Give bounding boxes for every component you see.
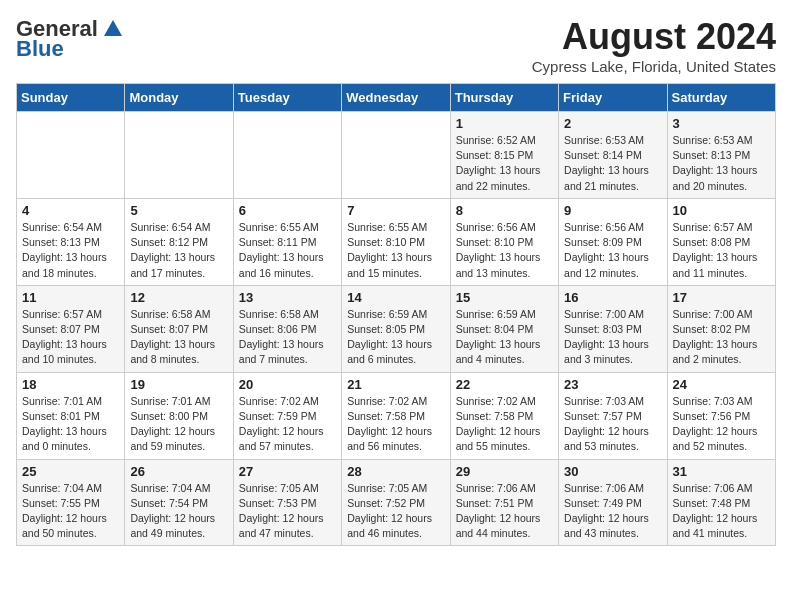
title-block: August 2024 Cypress Lake, Florida, Unite… (532, 16, 776, 75)
day-number: 17 (673, 290, 770, 305)
calendar-cell: 18Sunrise: 7:01 AM Sunset: 8:01 PM Dayli… (17, 372, 125, 459)
calendar-cell: 22Sunrise: 7:02 AM Sunset: 7:58 PM Dayli… (450, 372, 558, 459)
calendar-cell: 5Sunrise: 6:54 AM Sunset: 8:12 PM Daylig… (125, 198, 233, 285)
day-info: Sunrise: 6:58 AM Sunset: 8:06 PM Dayligh… (239, 307, 336, 368)
day-number: 21 (347, 377, 444, 392)
day-info: Sunrise: 7:05 AM Sunset: 7:53 PM Dayligh… (239, 481, 336, 542)
day-header-saturday: Saturday (667, 84, 775, 112)
day-info: Sunrise: 7:02 AM Sunset: 7:58 PM Dayligh… (347, 394, 444, 455)
subtitle: Cypress Lake, Florida, United States (532, 58, 776, 75)
day-number: 5 (130, 203, 227, 218)
day-header-friday: Friday (559, 84, 667, 112)
day-info: Sunrise: 6:59 AM Sunset: 8:04 PM Dayligh… (456, 307, 553, 368)
day-info: Sunrise: 7:05 AM Sunset: 7:52 PM Dayligh… (347, 481, 444, 542)
calendar-cell (125, 112, 233, 199)
calendar-cell: 21Sunrise: 7:02 AM Sunset: 7:58 PM Dayli… (342, 372, 450, 459)
day-header-sunday: Sunday (17, 84, 125, 112)
day-info: Sunrise: 6:55 AM Sunset: 8:10 PM Dayligh… (347, 220, 444, 281)
day-info: Sunrise: 7:01 AM Sunset: 8:00 PM Dayligh… (130, 394, 227, 455)
week-row-5: 25Sunrise: 7:04 AM Sunset: 7:55 PM Dayli… (17, 459, 776, 546)
calendar-cell: 7Sunrise: 6:55 AM Sunset: 8:10 PM Daylig… (342, 198, 450, 285)
logo-blue-text: Blue (16, 36, 64, 62)
day-number: 10 (673, 203, 770, 218)
day-number: 25 (22, 464, 119, 479)
logo-icon (102, 18, 124, 40)
week-row-4: 18Sunrise: 7:01 AM Sunset: 8:01 PM Dayli… (17, 372, 776, 459)
day-info: Sunrise: 6:56 AM Sunset: 8:09 PM Dayligh… (564, 220, 661, 281)
day-info: Sunrise: 6:56 AM Sunset: 8:10 PM Dayligh… (456, 220, 553, 281)
calendar-cell: 12Sunrise: 6:58 AM Sunset: 8:07 PM Dayli… (125, 285, 233, 372)
day-number: 9 (564, 203, 661, 218)
day-info: Sunrise: 7:06 AM Sunset: 7:51 PM Dayligh… (456, 481, 553, 542)
day-number: 14 (347, 290, 444, 305)
day-number: 6 (239, 203, 336, 218)
day-number: 20 (239, 377, 336, 392)
day-info: Sunrise: 7:06 AM Sunset: 7:48 PM Dayligh… (673, 481, 770, 542)
svg-marker-0 (104, 20, 122, 36)
day-header-wednesday: Wednesday (342, 84, 450, 112)
calendar-cell: 8Sunrise: 6:56 AM Sunset: 8:10 PM Daylig… (450, 198, 558, 285)
calendar-table: SundayMondayTuesdayWednesdayThursdayFrid… (16, 83, 776, 546)
calendar-cell: 13Sunrise: 6:58 AM Sunset: 8:06 PM Dayli… (233, 285, 341, 372)
day-info: Sunrise: 6:55 AM Sunset: 8:11 PM Dayligh… (239, 220, 336, 281)
day-info: Sunrise: 7:02 AM Sunset: 7:58 PM Dayligh… (456, 394, 553, 455)
day-info: Sunrise: 7:00 AM Sunset: 8:02 PM Dayligh… (673, 307, 770, 368)
day-number: 24 (673, 377, 770, 392)
day-info: Sunrise: 6:57 AM Sunset: 8:07 PM Dayligh… (22, 307, 119, 368)
day-info: Sunrise: 7:04 AM Sunset: 7:54 PM Dayligh… (130, 481, 227, 542)
calendar-cell: 30Sunrise: 7:06 AM Sunset: 7:49 PM Dayli… (559, 459, 667, 546)
day-number: 15 (456, 290, 553, 305)
day-info: Sunrise: 7:01 AM Sunset: 8:01 PM Dayligh… (22, 394, 119, 455)
day-number: 27 (239, 464, 336, 479)
calendar-cell: 27Sunrise: 7:05 AM Sunset: 7:53 PM Dayli… (233, 459, 341, 546)
week-row-3: 11Sunrise: 6:57 AM Sunset: 8:07 PM Dayli… (17, 285, 776, 372)
day-header-thursday: Thursday (450, 84, 558, 112)
day-number: 30 (564, 464, 661, 479)
calendar-cell: 19Sunrise: 7:01 AM Sunset: 8:00 PM Dayli… (125, 372, 233, 459)
day-number: 1 (456, 116, 553, 131)
day-number: 29 (456, 464, 553, 479)
calendar-header: SundayMondayTuesdayWednesdayThursdayFrid… (17, 84, 776, 112)
calendar-cell: 1Sunrise: 6:52 AM Sunset: 8:15 PM Daylig… (450, 112, 558, 199)
logo: General Blue (16, 16, 124, 62)
week-row-1: 1Sunrise: 6:52 AM Sunset: 8:15 PM Daylig… (17, 112, 776, 199)
day-number: 3 (673, 116, 770, 131)
calendar-cell: 3Sunrise: 6:53 AM Sunset: 8:13 PM Daylig… (667, 112, 775, 199)
day-number: 23 (564, 377, 661, 392)
calendar-cell: 25Sunrise: 7:04 AM Sunset: 7:55 PM Dayli… (17, 459, 125, 546)
day-info: Sunrise: 6:58 AM Sunset: 8:07 PM Dayligh… (130, 307, 227, 368)
day-info: Sunrise: 7:06 AM Sunset: 7:49 PM Dayligh… (564, 481, 661, 542)
day-info: Sunrise: 6:54 AM Sunset: 8:12 PM Dayligh… (130, 220, 227, 281)
calendar-cell: 28Sunrise: 7:05 AM Sunset: 7:52 PM Dayli… (342, 459, 450, 546)
day-number: 13 (239, 290, 336, 305)
calendar-cell: 4Sunrise: 6:54 AM Sunset: 8:13 PM Daylig… (17, 198, 125, 285)
day-info: Sunrise: 7:00 AM Sunset: 8:03 PM Dayligh… (564, 307, 661, 368)
calendar-cell: 24Sunrise: 7:03 AM Sunset: 7:56 PM Dayli… (667, 372, 775, 459)
day-number: 12 (130, 290, 227, 305)
calendar-cell: 6Sunrise: 6:55 AM Sunset: 8:11 PM Daylig… (233, 198, 341, 285)
day-info: Sunrise: 6:57 AM Sunset: 8:08 PM Dayligh… (673, 220, 770, 281)
day-info: Sunrise: 7:02 AM Sunset: 7:59 PM Dayligh… (239, 394, 336, 455)
calendar-cell: 23Sunrise: 7:03 AM Sunset: 7:57 PM Dayli… (559, 372, 667, 459)
day-info: Sunrise: 6:54 AM Sunset: 8:13 PM Dayligh… (22, 220, 119, 281)
day-number: 16 (564, 290, 661, 305)
calendar-cell: 31Sunrise: 7:06 AM Sunset: 7:48 PM Dayli… (667, 459, 775, 546)
day-header-tuesday: Tuesday (233, 84, 341, 112)
calendar-cell: 16Sunrise: 7:00 AM Sunset: 8:03 PM Dayli… (559, 285, 667, 372)
calendar-cell: 14Sunrise: 6:59 AM Sunset: 8:05 PM Dayli… (342, 285, 450, 372)
day-number: 2 (564, 116, 661, 131)
calendar-body: 1Sunrise: 6:52 AM Sunset: 8:15 PM Daylig… (17, 112, 776, 546)
day-info: Sunrise: 6:53 AM Sunset: 8:13 PM Dayligh… (673, 133, 770, 194)
day-number: 19 (130, 377, 227, 392)
calendar-cell (17, 112, 125, 199)
calendar-cell: 9Sunrise: 6:56 AM Sunset: 8:09 PM Daylig… (559, 198, 667, 285)
calendar-cell: 17Sunrise: 7:00 AM Sunset: 8:02 PM Dayli… (667, 285, 775, 372)
day-number: 11 (22, 290, 119, 305)
calendar-cell: 26Sunrise: 7:04 AM Sunset: 7:54 PM Dayli… (125, 459, 233, 546)
calendar-cell: 2Sunrise: 6:53 AM Sunset: 8:14 PM Daylig… (559, 112, 667, 199)
day-info: Sunrise: 7:04 AM Sunset: 7:55 PM Dayligh… (22, 481, 119, 542)
day-number: 28 (347, 464, 444, 479)
day-info: Sunrise: 7:03 AM Sunset: 7:56 PM Dayligh… (673, 394, 770, 455)
day-number: 7 (347, 203, 444, 218)
page-header: General Blue August 2024 Cypress Lake, F… (16, 16, 776, 75)
